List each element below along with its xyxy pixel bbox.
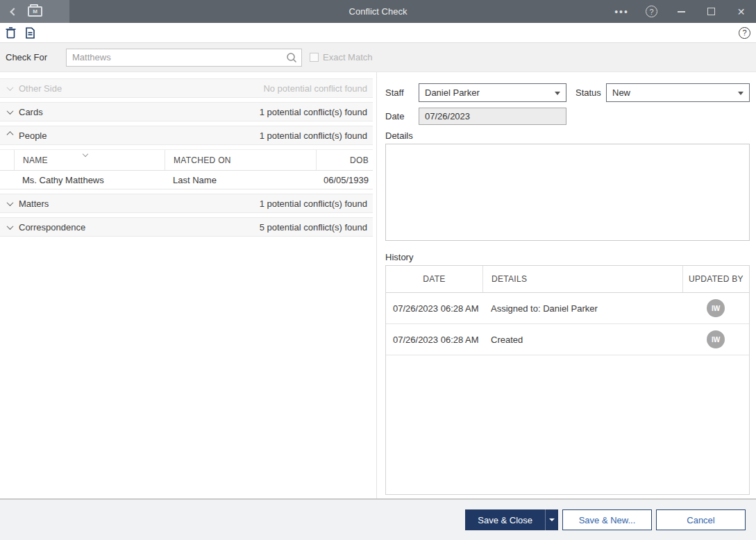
check-for-label: Check For (6, 52, 66, 62)
history-col-date[interactable]: DATE (386, 266, 482, 292)
section-status: 1 potential conflict(s) found (260, 130, 367, 141)
date-label: Date (385, 111, 419, 121)
section-cards[interactable]: Cards 1 potential conflict(s) found (0, 102, 373, 121)
save-close-button[interactable]: Save & Close (465, 509, 545, 530)
chevron-down-icon (7, 199, 14, 206)
people-table: NAME MATCHED ON DOB Ms. Cathy Matthews L… (0, 149, 373, 189)
staff-dropdown[interactable]: Daniel Parker (419, 83, 566, 102)
people-col-name[interactable]: NAME (14, 150, 165, 170)
minimize-button[interactable] (666, 0, 696, 23)
section-other-side[interactable]: Other Side No potential conflict found (0, 78, 373, 98)
section-label: Matters (19, 199, 49, 209)
trash-icon (6, 27, 16, 39)
staff-label: Staff (385, 87, 419, 98)
chevron-down-icon (555, 92, 560, 95)
section-status: No potential conflict found (263, 83, 367, 94)
date-row: Date 07/26/2023 (385, 108, 750, 125)
titlebar-help-button[interactable]: ? (637, 0, 666, 23)
toolbar-help-button[interactable]: ? (739, 27, 750, 39)
section-status: 1 potential conflict(s) found (260, 199, 367, 209)
section-label: Correspondence (19, 222, 85, 233)
save-new-button[interactable]: Save & New... (562, 509, 652, 530)
table-row[interactable]: 07/26/2023 06:28 AM Created IW (386, 324, 749, 355)
date-field: 07/26/2023 (419, 108, 566, 125)
staff-status-row: Staff Daniel Parker Status New (385, 83, 750, 102)
exact-match-label: Exact Match (323, 52, 373, 62)
detail-panel: Staff Daniel Parker Status New Date 07/2… (377, 72, 756, 498)
section-label: Cards (19, 107, 43, 117)
cell-date: 07/26/2023 06:28 AM (386, 303, 482, 314)
chevron-down-icon (7, 84, 14, 91)
delete-button[interactable] (6, 27, 16, 39)
chevron-down-icon (738, 92, 744, 95)
cancel-button[interactable]: Cancel (656, 509, 746, 530)
details-label: Details (385, 130, 750, 141)
help-icon: ? (646, 6, 657, 17)
close-button[interactable]: ✕ (726, 0, 756, 23)
minimize-icon (678, 11, 685, 12)
exact-match-group: Exact Match (310, 52, 373, 62)
date-value: 07/26/2023 (425, 111, 470, 121)
toolbar: ? (0, 23, 756, 43)
titlebar: Conflict Check M ••• ? ✕ (0, 0, 756, 23)
chevron-down-icon (7, 108, 14, 115)
cell-date: 07/26/2023 06:28 AM (386, 335, 482, 345)
search-icon[interactable] (286, 52, 297, 63)
section-label: People (19, 130, 47, 141)
content: Other Side No potential conflict found C… (0, 72, 756, 498)
staff-value: Daniel Parker (425, 87, 480, 98)
avatar: IW (707, 330, 725, 348)
cell-details: Created (482, 335, 682, 345)
cell-details: Assigned to: Daniel Parker (482, 303, 682, 314)
check-for-row: Check For Exact Match (0, 43, 756, 72)
status-dropdown[interactable]: New (606, 83, 750, 102)
document-icon (25, 27, 35, 39)
status-value: New (612, 87, 630, 98)
section-status: 1 potential conflict(s) found (260, 107, 367, 117)
save-close-split-button: Save & Close (465, 509, 558, 530)
cell-name: Ms. Cathy Matthews (14, 175, 165, 185)
avatar: IW (707, 299, 725, 317)
maximize-button[interactable] (696, 0, 726, 23)
people-col-matched-on[interactable]: MATCHED ON (165, 150, 316, 170)
matter-folder-icon[interactable]: M (28, 6, 42, 17)
history-col-updated-by[interactable]: UPDATED BY (682, 266, 749, 292)
people-col-dob[interactable]: DOB (316, 150, 373, 170)
section-people[interactable]: People 1 potential conflict(s) found (0, 126, 373, 145)
folder-letter: M (33, 9, 37, 15)
history-table-header: DATE DETAILS UPDATED BY (386, 266, 749, 293)
details-textarea[interactable] (385, 144, 750, 241)
table-row[interactable]: Ms. Cathy Matthews Last Name 06/05/1939 (0, 171, 373, 189)
chevron-down-icon (7, 223, 14, 230)
window-controls: ••• ? ✕ (607, 0, 756, 23)
history-label: History (385, 252, 750, 262)
more-options-button[interactable]: ••• (607, 0, 637, 23)
status-label: Status (576, 87, 606, 98)
section-label: Other Side (19, 83, 62, 94)
maximize-icon (707, 8, 715, 15)
footer: Save & Close Save & New... Cancel (0, 500, 756, 540)
cell-matched-on: Last Name (165, 175, 316, 185)
search-input-wrap (66, 49, 302, 67)
people-col-indent (0, 150, 14, 170)
help-icon: ? (739, 27, 750, 39)
save-close-menu-button[interactable] (545, 509, 558, 530)
table-row[interactable]: 07/26/2023 06:28 AM Assigned to: Daniel … (386, 293, 749, 324)
section-status: 5 potential conflict(s) found (260, 222, 367, 233)
conflict-check-window: Conflict Check M ••• ? ✕ (0, 0, 756, 540)
cell-dob: 06/05/1939 (316, 175, 373, 185)
chevron-down-icon (549, 518, 555, 521)
people-table-header: NAME MATCHED ON DOB (0, 149, 373, 171)
search-input[interactable] (66, 49, 302, 67)
section-correspondence[interactable]: Correspondence 5 potential conflict(s) f… (0, 217, 373, 237)
back-icon[interactable] (10, 8, 17, 15)
results-panel: Other Side No potential conflict found C… (0, 72, 377, 498)
history-table: DATE DETAILS UPDATED BY 07/26/2023 06:28… (385, 265, 750, 495)
section-matters[interactable]: Matters 1 potential conflict(s) found (0, 194, 373, 213)
chevron-up-icon (7, 131, 14, 138)
history-col-details[interactable]: DETAILS (482, 266, 682, 292)
exact-match-checkbox[interactable] (310, 53, 319, 62)
close-icon: ✕ (737, 6, 746, 17)
ellipsis-icon: ••• (614, 6, 629, 17)
new-document-button[interactable] (25, 27, 35, 39)
